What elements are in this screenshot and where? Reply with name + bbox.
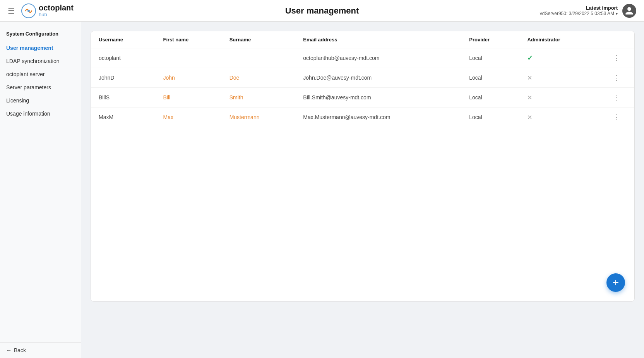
logo-hub: hub <box>39 12 74 17</box>
sidebar-item-server-params[interactable]: Server parameters <box>0 81 81 94</box>
sidebar-item-licensing[interactable]: Licensing <box>0 94 81 107</box>
row-more-button[interactable]: ⋮ <box>598 107 634 127</box>
page-title: User management <box>285 6 359 16</box>
hamburger-icon[interactable]: ☰ <box>8 6 15 15</box>
content-area: Username First name Surname Email addres… <box>81 22 644 358</box>
table-row: octoplantoctoplanthub@auvesy-mdt.comLoca… <box>91 48 634 68</box>
admin-check-icon: ✓ <box>527 54 533 62</box>
back-arrow-icon: ← <box>6 347 12 353</box>
top-header: ☰ octoplant hub User management Latest i… <box>0 0 644 22</box>
cell-username: MaxM <box>91 107 156 127</box>
col-surname: Surname <box>222 31 296 48</box>
cell-surname: Smith <box>222 88 296 107</box>
avatar[interactable] <box>622 4 636 18</box>
cell-username: BillS <box>91 88 156 107</box>
back-label: Back <box>14 347 26 353</box>
cell-admin: ✓ <box>519 48 598 68</box>
cell-firstname <box>156 48 222 68</box>
cell-provider: Local <box>461 107 519 127</box>
cell-email: octoplanthub@auvesy-mdt.com <box>295 48 461 68</box>
row-more-button[interactable]: ⋮ <box>598 88 634 107</box>
cell-provider: Local <box>461 88 519 107</box>
sidebar-item-ldap-sync[interactable]: LDAP synchronization <box>0 55 81 68</box>
latest-import: Latest import vdServer950: 3/29/2022 5:0… <box>540 5 618 16</box>
row-more-button[interactable]: ⋮ <box>598 48 634 68</box>
logo-octoplant: octoplant <box>39 3 74 12</box>
sidebar-item-user-management[interactable]: User management <box>0 41 81 55</box>
add-user-button[interactable]: + <box>606 273 625 292</box>
table-header-row: Username First name Surname Email addres… <box>91 31 634 48</box>
cell-username: octoplant <box>91 48 156 68</box>
logo-graphic <box>21 3 36 19</box>
table-row: MaxMMaxMustermannMax.Mustermann@auvesy-m… <box>91 107 634 127</box>
col-provider: Provider <box>461 31 519 48</box>
cell-provider: Local <box>461 68 519 88</box>
svg-point-1 <box>27 10 30 12</box>
table-card: Username First name Surname Email addres… <box>91 31 635 302</box>
cell-email: Bill.Smith@auvesy-mdt.com <box>295 88 461 107</box>
col-admin: Administrator <box>519 31 598 48</box>
col-username: Username <box>91 31 156 48</box>
col-actions <box>598 31 634 48</box>
main-layout: System Configuration User management LDA… <box>0 22 644 358</box>
cell-admin: ✕ <box>519 88 598 107</box>
latest-import-value[interactable]: vdServer950: 3/29/2022 5:03:53 AM ▾ <box>540 11 618 16</box>
users-table: Username First name Surname Email addres… <box>91 31 634 127</box>
back-button[interactable]: ← Back <box>0 342 81 358</box>
cell-provider: Local <box>461 48 519 68</box>
cell-firstname: Max <box>156 107 222 127</box>
admin-cross-icon: ✕ <box>527 114 532 121</box>
cell-email: John.Doe@auvesy-mdt.com <box>295 68 461 88</box>
logo-svg <box>21 3 36 19</box>
table-row: JohnDJohnDoeJohn.Doe@auvesy-mdt.comLocal… <box>91 68 634 88</box>
latest-import-text: vdServer950: 3/29/2022 5:03:53 AM <box>540 11 614 16</box>
cell-surname: Mustermann <box>222 107 296 127</box>
cell-admin: ✕ <box>519 68 598 88</box>
row-more-button[interactable]: ⋮ <box>598 68 634 88</box>
sidebar-item-usage-info[interactable]: Usage information <box>0 107 81 120</box>
col-email: Email address <box>295 31 461 48</box>
cell-firstname: Bill <box>156 88 222 107</box>
cell-admin: ✕ <box>519 107 598 127</box>
cell-surname: Doe <box>222 68 296 88</box>
admin-cross-icon: ✕ <box>527 75 532 81</box>
sidebar-section-title: System Configuration <box>0 28 81 41</box>
cell-firstname: John <box>156 68 222 88</box>
logo-area: octoplant hub <box>21 3 74 19</box>
sidebar-item-octoplant-server[interactable]: octoplant server <box>0 68 81 81</box>
cell-email: Max.Mustermann@auvesy-mdt.com <box>295 107 461 127</box>
cell-surname <box>222 48 296 68</box>
sidebar: System Configuration User management LDA… <box>0 22 81 358</box>
chevron-down-icon: ▾ <box>616 12 618 16</box>
avatar-icon <box>625 6 634 15</box>
col-firstname: First name <box>156 31 222 48</box>
admin-cross-icon: ✕ <box>527 94 532 101</box>
cell-username: JohnD <box>91 68 156 88</box>
latest-import-label: Latest import <box>540 5 618 11</box>
logo-text: octoplant hub <box>39 3 74 17</box>
table-row: BillSBillSmithBill.Smith@auvesy-mdt.comL… <box>91 88 634 107</box>
header-right: Latest import vdServer950: 3/29/2022 5:0… <box>540 4 636 18</box>
